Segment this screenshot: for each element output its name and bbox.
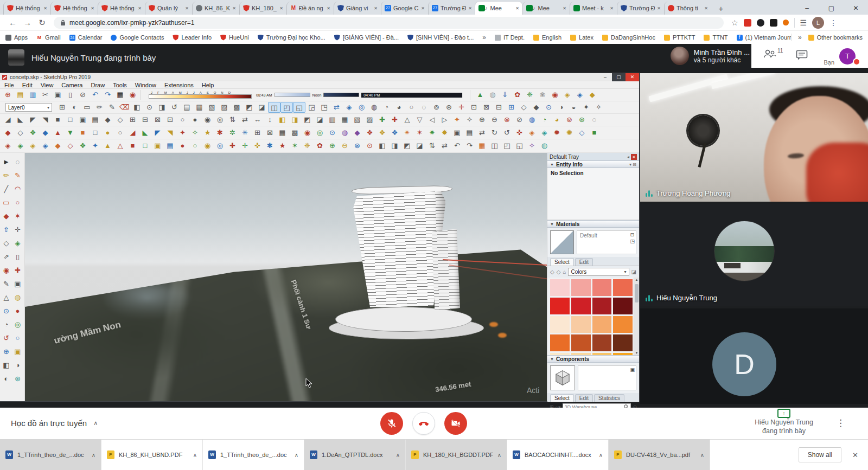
- camera-off-button[interactable]: [444, 412, 467, 435]
- tab-audio-icon[interactable]: ♪: [485, 5, 488, 11]
- bookmark-item[interactable]: PTTKTT: [664, 34, 695, 41]
- sketchup-tool-icon[interactable]: ◈: [526, 127, 538, 138]
- sketchup-tool-icon[interactable]: □: [139, 140, 151, 151]
- sketchup-tool-icon[interactable]: ⊖: [488, 114, 501, 125]
- color-swatch[interactable]: [613, 316, 633, 333]
- sketchup-tool-icon[interactable]: ⇄: [239, 114, 251, 125]
- sketchup-tool-icon[interactable]: ⊡: [164, 114, 176, 125]
- sketchup-tool-icon[interactable]: ◨: [156, 102, 168, 113]
- tab-select[interactable]: Select: [550, 258, 574, 266]
- sketchup-tool-icon[interactable]: ✜: [513, 127, 526, 138]
- download-item[interactable]: PDU-CV-418_Vv_ba...pdf∧: [609, 440, 710, 470]
- sketchup-tool-icon[interactable]: ▽: [413, 114, 426, 125]
- sketchup-tool-icon[interactable]: ★: [276, 140, 289, 151]
- sketchup-tool-icon[interactable]: ◐: [68, 102, 81, 113]
- sketchup-tool-icon[interactable]: ⊟: [493, 102, 505, 113]
- color-swatch[interactable]: [550, 298, 570, 314]
- sketchup-tool-icon[interactable]: ■: [76, 127, 89, 138]
- sketchup-tool-icon[interactable]: ◈: [14, 140, 27, 151]
- sketchup-tool-icon[interactable]: ◨: [388, 140, 401, 151]
- download-item[interactable]: W1_TTrinh_theo_de_...doc∧: [203, 440, 304, 470]
- sketchup-tool-icon[interactable]: ✦: [89, 140, 101, 151]
- sketchup-tool-icon[interactable]: ◢: [2, 114, 14, 125]
- sketchup-tool-icon[interactable]: ❖: [76, 140, 89, 151]
- sketchup-tool-icon[interactable]: ✦: [176, 127, 189, 138]
- download-item[interactable]: WBAOCAOCHINHT....docx∧: [507, 440, 609, 470]
- sketchup-tool-icon[interactable]: ▯: [64, 89, 76, 100]
- sketchup-tool-icon[interactable]: ↔: [251, 114, 264, 125]
- sketchup-tool-icon[interactable]: ⊕: [1, 345, 12, 358]
- bookmark-item[interactable]: f(1) Vietnam Journal...: [737, 34, 791, 41]
- sketchup-tool-icon[interactable]: ◩: [401, 140, 413, 151]
- hang-up-button[interactable]: [412, 412, 435, 435]
- forward-arrow-icon[interactable]: ◇: [557, 269, 561, 275]
- sketchup-tool-icon[interactable]: ○: [12, 196, 23, 209]
- bookmark-item[interactable]: Leader Info: [173, 34, 212, 41]
- browser-tab[interactable]: ♪Mee✕: [522, 2, 570, 15]
- bookmark-item[interactable]: DaDangSinhHoc: [602, 34, 655, 41]
- sketchup-tool-icon[interactable]: ⊘: [76, 89, 89, 100]
- sketchup-tool-icon[interactable]: ◍: [12, 291, 23, 304]
- new-tab-button[interactable]: +: [716, 4, 726, 13]
- sketchup-tool-icon[interactable]: ✦: [451, 114, 463, 125]
- sketchup-tool-icon[interactable]: ◠: [12, 182, 23, 196]
- tab-close-icon[interactable]: ✕: [657, 6, 661, 11]
- sketchup-tool-icon[interactable]: ⊡: [468, 102, 480, 113]
- sketchup-tool-icon[interactable]: ✹: [551, 127, 563, 138]
- sketchup-tool-icon[interactable]: ◣: [139, 127, 151, 138]
- sketchup-tool-icon[interactable]: ▯: [12, 250, 23, 263]
- bookmark-star-icon[interactable]: ☆: [731, 18, 738, 27]
- bookmark-item[interactable]: Google Contacts: [111, 34, 164, 41]
- people-icon[interactable]: [763, 49, 776, 58]
- sketchup-tool-icon[interactable]: ○: [176, 114, 189, 125]
- url-box[interactable]: meet.google.com/ixr-pmkp-yzk?authuser=1: [54, 17, 724, 29]
- sketchup-tool-icon[interactable]: △: [114, 140, 126, 151]
- menu-view[interactable]: View: [41, 82, 54, 88]
- bookmark-item[interactable]: Trường Đại học Kho...: [258, 34, 326, 41]
- tab-edit[interactable]: Edit: [575, 394, 593, 402]
- sketchup-tool-icon[interactable]: ◌: [588, 114, 601, 125]
- sketchup-tool-icon[interactable]: ⊕: [476, 114, 488, 125]
- sketchup-tool-icon[interactable]: ⊞: [251, 127, 264, 138]
- tab-close-icon[interactable]: ✕: [43, 6, 47, 11]
- present-icon[interactable]: ↑: [777, 409, 790, 418]
- sketchup-tool-icon[interactable]: ✧: [526, 140, 538, 151]
- sketchup-tool-icon[interactable]: ✚: [226, 140, 239, 151]
- panel-buttons[interactable]: ▾ ⊟: [629, 162, 636, 167]
- sketchup-tool-icon[interactable]: ▲: [101, 140, 114, 151]
- color-swatch[interactable]: [550, 279, 570, 296]
- menu-help[interactable]: Help: [202, 82, 214, 88]
- sketchup-tool-icon[interactable]: ⇄: [330, 102, 343, 113]
- sketchup-viewport[interactable]: ường Mầm NonPhối cảnh 1 Sư346.56 met Act…: [25, 153, 547, 401]
- sketchup-tool-icon[interactable]: ◰: [501, 140, 513, 151]
- sketchup-tool-icon[interactable]: ▩: [231, 102, 243, 113]
- extension-icon[interactable]: [770, 19, 777, 27]
- sketchup-tool-icon[interactable]: ▨: [218, 102, 231, 113]
- sketchup-tool-icon[interactable]: ⊙: [542, 102, 555, 113]
- window-minimize-button[interactable]: –: [795, 2, 819, 15]
- sketchup-tool-icon[interactable]: ◕: [393, 102, 405, 113]
- sketchup-tool-icon[interactable]: ◳: [318, 102, 330, 113]
- sketchup-tool-icon[interactable]: ⊙: [326, 127, 339, 138]
- extension-icon[interactable]: [783, 20, 789, 25]
- sketchup-tool-icon[interactable]: ◐: [1, 372, 12, 385]
- sketchup-tool-icon[interactable]: □: [89, 127, 101, 138]
- sketchup-tool-icon[interactable]: ◧: [376, 140, 388, 151]
- tab-audio-icon[interactable]: ♪: [533, 5, 535, 11]
- sketchup-tool-icon[interactable]: ▣: [151, 140, 164, 151]
- sketchup-tool-icon[interactable]: ✱: [214, 127, 226, 138]
- sketchup-tool-icon[interactable]: ⊙: [363, 140, 376, 151]
- sketchup-tool-icon[interactable]: ◤: [151, 127, 164, 138]
- tab-close-icon[interactable]: ✕: [563, 6, 566, 11]
- sketchup-tool-icon[interactable]: ✿: [314, 140, 326, 151]
- sketchup-tool-icon[interactable]: ❖: [388, 127, 401, 138]
- sketchup-tool-icon[interactable]: ❀: [536, 89, 548, 100]
- color-swatch[interactable]: [550, 334, 570, 351]
- color-swatch[interactable]: [613, 279, 633, 296]
- sketchup-tool-icon[interactable]: ✶: [289, 140, 301, 151]
- sketchup-tool-icon[interactable]: ◈: [2, 140, 14, 151]
- sketchup-tool-icon[interactable]: □: [64, 114, 76, 125]
- bookmark-item[interactable]: 24Calendar: [69, 34, 103, 41]
- tab-edit[interactable]: Edit: [575, 258, 593, 266]
- sketchup-tool-icon[interactable]: △: [1, 291, 12, 304]
